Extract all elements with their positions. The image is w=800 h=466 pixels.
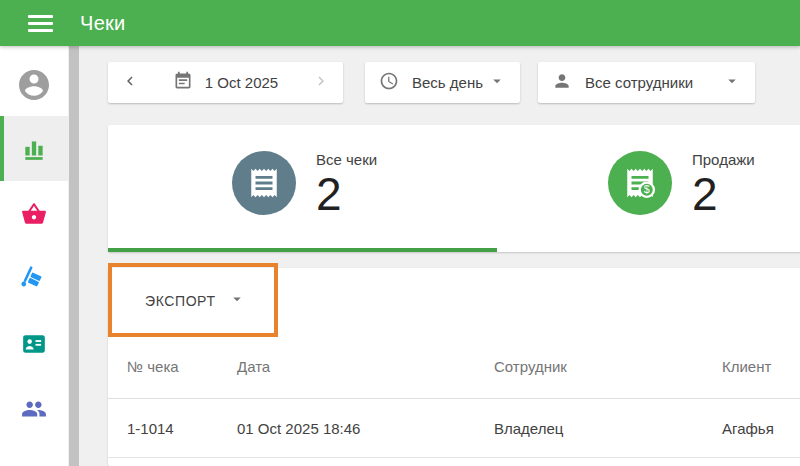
scrollbar-thumb[interactable] <box>69 46 79 466</box>
sidebar-item-customers[interactable] <box>0 311 68 376</box>
time-range-dropdown[interactable]: Весь день <box>365 62 520 103</box>
sidebar <box>0 46 68 466</box>
sidebar-item-profile[interactable] <box>0 54 68 116</box>
column-header-receipt-no: № чека <box>127 358 237 375</box>
main-content: 1 Oct 2025 Весь день <box>80 46 800 466</box>
filter-bar: 1 Oct 2025 Весь день <box>108 62 755 103</box>
chevron-left-icon[interactable] <box>121 72 139 93</box>
chevron-right-icon[interactable] <box>312 72 330 93</box>
chevron-down-icon <box>723 72 741 93</box>
sidebar-item-items[interactable] <box>0 181 68 246</box>
active-tab-indicator <box>108 248 497 252</box>
menu-icon[interactable] <box>28 11 53 36</box>
stat-value: 2 <box>692 172 755 216</box>
summary-card: Все чеки 2 $ Продажи 2 <box>108 125 800 252</box>
cell-client: Агафья <box>722 420 800 437</box>
calendar-icon <box>173 71 193 94</box>
sidebar-item-reports[interactable] <box>0 116 68 181</box>
app-window: Чеки <box>0 0 800 466</box>
sidebar-item-inventory[interactable] <box>0 246 68 311</box>
svg-text:$: $ <box>644 183 650 195</box>
chevron-down-icon <box>488 72 506 93</box>
bar-chart-icon <box>21 136 47 162</box>
export-button[interactable]: ЭКСПОРТ <box>145 290 246 312</box>
tab-all-receipts[interactable]: Все чеки 2 <box>232 151 377 216</box>
contact-card-icon <box>21 331 47 357</box>
stat-label: Продажи <box>692 151 755 168</box>
app-header: Чеки <box>0 0 800 46</box>
time-range-value: Весь день <box>412 74 483 91</box>
receipt-dollar-icon: $ <box>608 151 672 215</box>
sidebar-scrollbar <box>68 46 80 466</box>
hand-truck-icon <box>21 266 47 292</box>
cell-date: 01 Oct 2025 18:46 <box>237 420 494 437</box>
people-icon <box>21 396 47 422</box>
cell-employee: Владелец <box>494 420 722 437</box>
export-button-label: ЭКСПОРТ <box>145 293 216 309</box>
receipts-table-card: ЭКСПОРТ № чека Дата Сотрудник Клиент 1-1… <box>108 268 800 466</box>
account-circle-icon <box>16 67 52 103</box>
table-toolbar: ЭКСПОРТ <box>108 268 800 334</box>
date-picker[interactable]: 1 Oct 2025 <box>108 62 343 103</box>
chevron-down-icon <box>228 290 246 312</box>
stat-value: 2 <box>316 172 377 216</box>
column-header-date: Дата <box>237 358 494 375</box>
sidebar-item-employees[interactable] <box>0 376 68 441</box>
employees-dropdown[interactable]: Все сотрудники <box>538 62 755 103</box>
column-header-client: Клиент <box>722 358 800 375</box>
table-header-row: № чека Дата Сотрудник Клиент <box>108 334 800 399</box>
shopping-basket-icon <box>21 201 47 227</box>
clock-icon <box>379 71 399 94</box>
column-header-employee: Сотрудник <box>494 358 722 375</box>
date-value: 1 Oct 2025 <box>205 74 278 91</box>
employees-value: Все сотрудники <box>585 74 693 91</box>
person-icon <box>552 71 572 94</box>
cell-receipt-no: 1-1014 <box>127 420 237 437</box>
receipt-icon <box>232 151 296 215</box>
stat-label: Все чеки <box>316 151 377 168</box>
page-title: Чеки <box>80 12 126 35</box>
tab-sales[interactable]: $ Продажи 2 <box>608 151 755 216</box>
table-row[interactable]: 1-1014 01 Oct 2025 18:46 Владелец Агафья <box>108 399 800 458</box>
